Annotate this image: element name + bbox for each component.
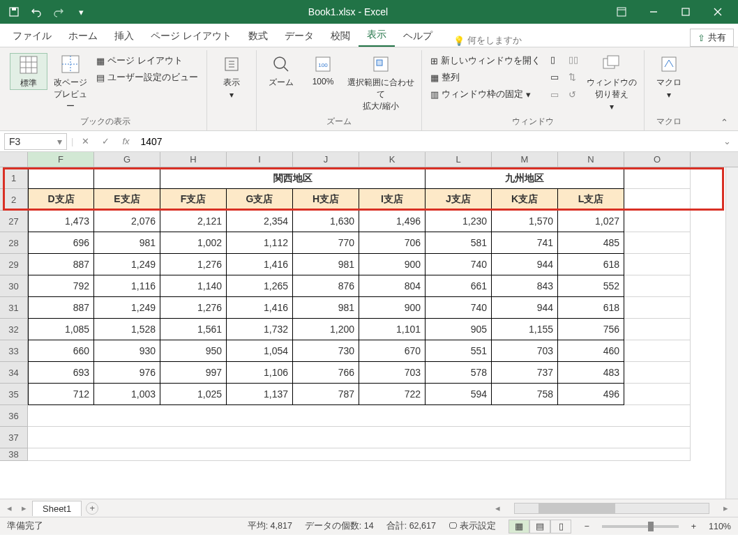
name-box[interactable]: F3 ▾ bbox=[4, 133, 67, 150]
cell[interactable]: 1,230 bbox=[426, 211, 492, 232]
cell[interactable] bbox=[624, 167, 691, 189]
zoom-selection-button[interactable]: 選択範囲に合わせて 拡大/縮小 bbox=[346, 53, 416, 112]
cell[interactable]: 2,076 bbox=[94, 211, 160, 232]
cell[interactable]: 905 bbox=[426, 319, 492, 340]
cell[interactable]: 1,249 bbox=[94, 297, 160, 319]
cell[interactable]: 1,276 bbox=[160, 297, 227, 319]
col-header[interactable]: I bbox=[227, 152, 293, 167]
save-button[interactable] bbox=[4, 3, 24, 21]
row-header[interactable]: 34 bbox=[0, 362, 28, 384]
cell[interactable]: 1,561 bbox=[160, 319, 227, 340]
view-page-break-button[interactable]: 改ページ プレビュー bbox=[52, 53, 89, 112]
row-header[interactable]: 29 bbox=[0, 254, 28, 275]
cell[interactable]: 976 bbox=[94, 362, 160, 384]
cell[interactable]: 1,025 bbox=[160, 384, 227, 405]
view-page-layout-button[interactable]: ▦ページ レイアウト bbox=[93, 53, 201, 68]
cell[interactable] bbox=[28, 427, 691, 448]
cell[interactable]: 787 bbox=[293, 384, 359, 405]
cell[interactable]: I支店 bbox=[359, 189, 426, 211]
cell[interactable]: K支店 bbox=[492, 189, 558, 211]
cell[interactable]: 483 bbox=[558, 362, 624, 384]
cell[interactable]: 1,137 bbox=[227, 384, 293, 405]
cell[interactable]: 552 bbox=[558, 275, 624, 297]
cell[interactable]: 1,732 bbox=[227, 319, 293, 340]
tab-data[interactable]: データ bbox=[276, 26, 322, 47]
split-button[interactable]: ▯ bbox=[548, 53, 562, 66]
row-header[interactable]: 36 bbox=[0, 405, 28, 427]
freeze-panes-button[interactable]: ▥ウィンドウ枠の固定 ▾ bbox=[428, 86, 543, 102]
zoom-in-button[interactable]: + bbox=[691, 522, 696, 531]
col-header[interactable]: N bbox=[558, 152, 624, 167]
cell[interactable] bbox=[94, 167, 160, 189]
cell[interactable]: 1,003 bbox=[94, 384, 160, 405]
cell[interactable]: 737 bbox=[492, 362, 558, 384]
col-header[interactable]: O bbox=[624, 152, 691, 167]
tab-page-layout[interactable]: ページ レイアウト bbox=[142, 26, 240, 47]
arrange-all-button[interactable]: ▦整列 bbox=[428, 70, 543, 85]
cell[interactable]: 460 bbox=[558, 340, 624, 362]
cell[interactable]: 900 bbox=[359, 297, 426, 319]
row-header[interactable]: 31 bbox=[0, 297, 28, 319]
col-header[interactable]: F bbox=[28, 152, 94, 167]
view-normal-button[interactable]: 標準 bbox=[10, 53, 47, 90]
zoom-level[interactable]: 110% bbox=[709, 522, 731, 531]
cell[interactable]: 792 bbox=[28, 275, 94, 297]
cell-region-kyushu[interactable]: 九州地区 bbox=[426, 167, 624, 189]
tab-view[interactable]: 表示 bbox=[359, 24, 395, 47]
cell[interactable]: 740 bbox=[426, 297, 492, 319]
tab-help[interactable]: ヘルプ bbox=[395, 26, 441, 47]
cell[interactable]: 1,416 bbox=[227, 297, 293, 319]
col-header[interactable]: G bbox=[94, 152, 160, 167]
cell-region-kansai[interactable]: 関西地区 bbox=[160, 167, 426, 189]
row-header[interactable]: 27 bbox=[0, 211, 28, 232]
cell[interactable]: 1,002 bbox=[160, 232, 227, 254]
normal-view-button[interactable]: ▦ bbox=[509, 520, 529, 533]
cell[interactable]: 981 bbox=[293, 297, 359, 319]
cell[interactable]: 900 bbox=[359, 254, 426, 275]
qat-customize[interactable]: ▾ bbox=[71, 3, 91, 21]
hscroll-left[interactable]: ◂ bbox=[495, 503, 500, 513]
cell[interactable]: 758 bbox=[492, 384, 558, 405]
cell[interactable] bbox=[624, 384, 691, 405]
cell[interactable]: 944 bbox=[492, 297, 558, 319]
cell[interactable] bbox=[624, 232, 691, 254]
redo-button[interactable] bbox=[49, 3, 68, 21]
cell[interactable]: 594 bbox=[426, 384, 492, 405]
cancel-icon[interactable]: ✕ bbox=[77, 136, 93, 146]
cell[interactable]: 950 bbox=[160, 340, 227, 362]
select-all-corner[interactable] bbox=[0, 152, 28, 167]
cell[interactable]: L支店 bbox=[558, 189, 624, 211]
tab-insert[interactable]: 挿入 bbox=[106, 26, 142, 47]
macros-button[interactable]: マクロ ▾ bbox=[650, 53, 688, 100]
cell[interactable]: 1,249 bbox=[94, 254, 160, 275]
cell[interactable]: 981 bbox=[293, 254, 359, 275]
sheet-nav-prev[interactable]: ◂ bbox=[3, 503, 16, 513]
cell[interactable] bbox=[624, 211, 691, 232]
cell[interactable]: 887 bbox=[28, 297, 94, 319]
cell[interactable]: 981 bbox=[94, 232, 160, 254]
cell[interactable]: E支店 bbox=[94, 189, 160, 211]
new-window-button[interactable]: ⊞新しいウィンドウを開く bbox=[428, 53, 543, 68]
cell[interactable]: 2,121 bbox=[160, 211, 227, 232]
cell[interactable]: 496 bbox=[558, 384, 624, 405]
cell[interactable] bbox=[624, 189, 691, 211]
minimize-button[interactable] bbox=[638, 0, 670, 24]
enter-icon[interactable]: ✓ bbox=[98, 136, 114, 146]
expand-formula-bar[interactable]: ⌄ bbox=[721, 136, 734, 146]
cell[interactable] bbox=[624, 297, 691, 319]
cell[interactable]: 944 bbox=[492, 254, 558, 275]
col-header[interactable]: M bbox=[492, 152, 558, 167]
row-header[interactable]: 1 bbox=[0, 167, 28, 189]
cell[interactable]: 1,570 bbox=[492, 211, 558, 232]
cell[interactable]: 660 bbox=[28, 340, 94, 362]
sync-scroll-button[interactable]: ⇅ bbox=[566, 70, 581, 84]
share-button[interactable]: ⇧ 共有 bbox=[690, 29, 734, 47]
tab-formulas[interactable]: 数式 bbox=[240, 26, 276, 47]
cell[interactable]: 618 bbox=[558, 254, 624, 275]
side-by-side-button[interactable]: ▯▯ bbox=[566, 53, 581, 66]
cell[interactable]: 876 bbox=[293, 275, 359, 297]
cell[interactable]: 1,054 bbox=[227, 340, 293, 362]
cell[interactable]: 1,473 bbox=[28, 211, 94, 232]
maximize-button[interactable] bbox=[670, 0, 702, 24]
cell[interactable]: 706 bbox=[359, 232, 426, 254]
